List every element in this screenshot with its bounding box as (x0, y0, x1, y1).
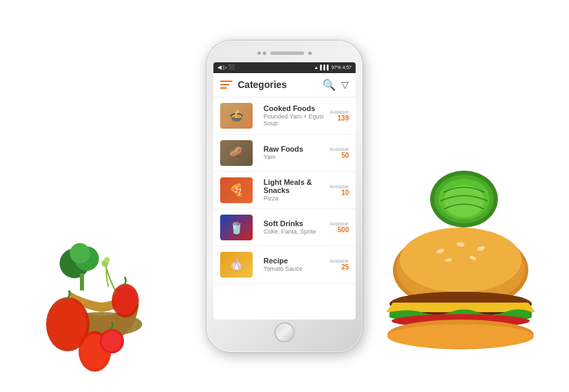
category-name-raw: Raw Foods (264, 145, 330, 153)
category-list: 🍲 Cooked Foods Pounded Yam + Egusi Soup … (213, 97, 356, 320)
menu-button[interactable] (220, 81, 232, 89)
back-nav-icon: ◀ ▷ ⬛ (217, 64, 235, 70)
category-item-recipe[interactable]: 🧄 Recipe Tomato Sauce Available 25 (213, 246, 356, 284)
category-thumbnail-raw: 🥔 (220, 140, 253, 166)
category-sub-light: Pizza (264, 195, 330, 202)
count-num-light: 10 (341, 189, 349, 196)
phone-bottom-bar (213, 322, 356, 343)
phone-dot-2 (263, 51, 266, 55)
category-thumbnail-cooked: 🍲 (220, 103, 253, 129)
signal-icon: ▌▌▌ (320, 65, 330, 70)
status-bar: ◀ ▷ ⬛ ▲ ▌▌▌ 97% 4:57 (213, 62, 356, 73)
category-name-drinks: Soft Drinks (264, 219, 330, 227)
category-name-light: Light Meals & Snacks (264, 178, 330, 194)
category-thumb-wrapper-light: 🍕 (220, 177, 258, 203)
category-emoji-recipe: 🧄 (220, 252, 253, 278)
svg-point-21 (400, 227, 522, 292)
svg-point-31 (387, 324, 534, 349)
category-sub-drinks: Coke, Fanta, Sprite (264, 228, 330, 235)
category-count-light: Available 10 (330, 184, 349, 196)
category-info-drinks: Soft Drinks Coke, Fanta, Sprite (264, 219, 330, 235)
category-count-drinks: Available 500 (330, 221, 349, 234)
category-emoji-cooked: 🍲 (220, 103, 253, 129)
category-info-raw: Raw Foods Yam (264, 145, 330, 160)
phone-mockup: ◀ ▷ ⬛ ▲ ▌▌▌ 97% 4:57 Categories � (207, 41, 362, 352)
search-icon[interactable]: 🔍 (322, 79, 336, 91)
category-count-raw: Available 50 (330, 147, 349, 159)
svg-rect-4 (80, 274, 84, 290)
status-right-icons: ▲ ▌▌▌ 97% 4:57 (314, 65, 352, 70)
clock: 4:57 (342, 65, 352, 70)
category-sub-cooked: Pounded Yam + Egusi Soup (264, 113, 330, 127)
phone-top-sensors (213, 47, 356, 60)
category-info-light: Light Meals & Snacks Pizza (264, 178, 330, 202)
phone-body: ◀ ▷ ⬛ ▲ ▌▌▌ 97% 4:57 Categories � (207, 41, 362, 352)
home-button[interactable] (274, 322, 295, 343)
phone-camera (308, 51, 312, 55)
wifi-icon: ▲ (314, 65, 319, 70)
category-item-raw[interactable]: 🥔 Raw Foods Yam Available 50 (213, 135, 356, 172)
category-sub-raw: Yam (264, 154, 330, 160)
svg-point-3 (70, 243, 90, 263)
category-thumbnail-drinks: 🥤 (220, 215, 253, 240)
available-label-cooked: Available (330, 110, 349, 114)
phone-dots (257, 51, 266, 55)
available-label-raw: Available (330, 147, 349, 152)
phone-dot-1 (257, 51, 261, 55)
count-num-cooked: 139 (337, 114, 349, 122)
category-name-recipe: Recipe (264, 257, 330, 265)
category-item-drinks[interactable]: 🥤 Soft Drinks Coke, Fanta, Sprite Availa… (213, 209, 356, 246)
category-sub-recipe: Tomato Sauce (264, 265, 330, 272)
category-thumbnail-light: 🍕 (220, 177, 253, 203)
app-header: Categories 🔍 ▽ (213, 73, 356, 97)
battery-level: 97% (331, 65, 341, 70)
available-label-drinks: Available (330, 221, 349, 226)
filter-icon[interactable]: ▽ (341, 79, 349, 90)
svg-point-14 (114, 286, 137, 315)
category-info-cooked: Cooked Foods Pounded Yam + Egusi Soup (264, 104, 330, 127)
category-item-cooked[interactable]: 🍲 Cooked Foods Pounded Yam + Egusi Soup … (213, 97, 356, 135)
category-emoji-drinks: 🥤 (220, 215, 253, 240)
category-item-light[interactable]: 🍕 Light Meals & Snacks Pizza Available 1… (213, 172, 356, 209)
category-name-cooked: Cooked Foods (264, 104, 330, 112)
category-emoji-light: 🍕 (220, 177, 253, 203)
burger-decoration (373, 223, 549, 372)
category-thumb-wrapper-cooked: 🍲 (220, 103, 258, 129)
count-num-drinks: 500 (337, 226, 349, 234)
category-count-recipe: Available 25 (330, 259, 349, 271)
menu-line-1 (220, 81, 232, 82)
menu-line-2 (220, 84, 230, 85)
category-info-recipe: Recipe Tomato Sauce (264, 257, 330, 272)
category-thumbnail-recipe: 🧄 (220, 252, 253, 278)
count-num-raw: 50 (341, 152, 349, 159)
category-emoji-raw: 🥔 (220, 140, 253, 166)
vegetables-decoration (7, 128, 169, 372)
available-label-light: Available (330, 184, 349, 189)
svg-point-10 (102, 331, 122, 351)
category-count-cooked: Available 139 (330, 110, 349, 122)
menu-line-3 (220, 87, 227, 89)
phone-screen: ◀ ▷ ⬛ ▲ ▌▌▌ 97% 4:57 Categories � (213, 62, 356, 320)
category-thumb-wrapper-recipe: 🧄 (220, 252, 258, 278)
status-left-icons: ◀ ▷ ⬛ (217, 64, 235, 70)
phone-speaker (270, 51, 304, 55)
page-title: Categories (238, 79, 322, 90)
count-num-recipe: 25 (341, 263, 349, 271)
category-thumb-wrapper-raw: 🥔 (220, 140, 258, 166)
svg-point-12 (104, 257, 110, 263)
available-label-recipe: Available (330, 259, 349, 263)
category-thumb-wrapper-drinks: 🥤 (220, 215, 258, 240)
header-actions: 🔍 ▽ (322, 79, 349, 91)
